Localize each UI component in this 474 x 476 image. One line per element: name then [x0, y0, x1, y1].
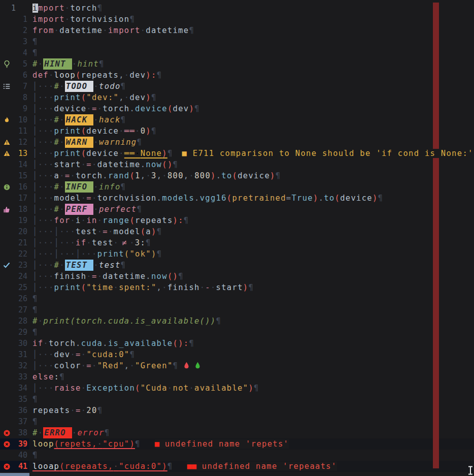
- line-number: 15: [11, 170, 27, 181]
- token-lPERF: perfect: [99, 205, 137, 214]
- token-pr: ): [151, 227, 157, 236]
- line-number: 25: [11, 282, 27, 293]
- code-line[interactable]: 18│···#·PERF·perfect¶: [0, 204, 474, 215]
- code-line[interactable]: 37¶: [0, 416, 474, 427]
- code-line[interactable]: 20│···│···test·=·model(a)¶: [0, 226, 474, 237]
- diagnostic-severity-icon: ■■: [187, 462, 196, 471]
- code-line[interactable]: 14│···start·=·datetime.now()¶: [0, 159, 474, 170]
- code-line[interactable]: 32│···color·=·"Red",·"Green"¶: [0, 360, 474, 371]
- code-line[interactable]: 8│···print("dev:",·dev)¶: [0, 92, 474, 103]
- token-sp: ·: [86, 238, 92, 247]
- code-line[interactable]: 11│···print(device·══·0)¶: [0, 125, 474, 137]
- token-pr: (: [81, 126, 87, 136]
- token-sp: ·: [92, 194, 97, 203]
- code-line[interactable]: 30if·torch.cuda.is_available():¶: [0, 338, 474, 349]
- code-line[interactable]: 25│···print("time·spent:",·finish·-·star…: [0, 282, 474, 293]
- code-text: import·torch¶: [32, 3, 474, 14]
- code-line[interactable]: 34│···raise·Exception("Cuda·not·availabl…: [0, 383, 474, 394]
- token-fn: models: [162, 194, 194, 203]
- code-line[interactable]: 28#·print(torch.cuda.is_available())¶: [0, 315, 474, 327]
- token-pr: ): [146, 93, 151, 102]
- token-ig: │: [32, 249, 38, 259]
- token-pr: ): [178, 339, 184, 348]
- code-line[interactable]: 4¶: [0, 47, 474, 58]
- warn-icon: [2, 137, 12, 148]
- code-line[interactable]: 10│···#·HACK·hack¶: [0, 114, 474, 125]
- token-str: "ok": [129, 249, 151, 259]
- line-number: 33: [11, 371, 27, 383]
- token-sp: ·: [108, 227, 114, 236]
- token-id: device: [86, 149, 119, 158]
- token-cm: #: [32, 59, 38, 69]
- code-line[interactable]: 38#·ERRO·error¶: [0, 427, 474, 438]
- code-line[interactable]: 12│···#·WARN·warning¶: [0, 137, 474, 148]
- code-line[interactable]: 41looap(repeaats,·"cuda:0")¶■■ undefined…: [0, 461, 474, 472]
- code-text: │···#·PERF·perfect¶: [32, 204, 474, 215]
- token-eol: ¶: [32, 294, 38, 303]
- code-line[interactable]: 9│···device·=·torch.device(dev)¶: [0, 103, 474, 114]
- code-line[interactable]: 36repeats·=·20¶: [0, 405, 474, 416]
- token-fn: device: [135, 104, 167, 113]
- code-line[interactable]: 39loop(repets,·"cpu")¶■ undefined name '…: [0, 438, 474, 450]
- code-line[interactable]: 27¶: [0, 304, 474, 315]
- code-line[interactable]: 21│···│···if·test·≠·3:¶: [0, 237, 474, 248]
- token-fn: cuda: [81, 339, 103, 348]
- token-gr: ,: [119, 71, 124, 80]
- token-eol: ¶: [167, 149, 173, 158]
- editor-buffer[interactable]: 1import·torch¶1import·torchvision¶2from·…: [0, 0, 474, 476]
- token-id: model: [54, 194, 81, 203]
- code-line[interactable]: 22│···│···│···print("ok")¶: [0, 248, 474, 260]
- code-line[interactable]: 19│···for·i·in·range(repeats):¶: [0, 215, 474, 226]
- token-ig: │: [32, 272, 38, 281]
- token-kw: if: [32, 339, 43, 348]
- token-er: "cpu"): [103, 439, 135, 449]
- token-pr: (: [162, 160, 167, 169]
- token-ig: │: [32, 171, 38, 180]
- token-id: torch: [49, 339, 76, 348]
- code-line[interactable]: 6def·loop(repeats,·dev):¶: [0, 70, 474, 81]
- code-line[interactable]: 2from·datetime·import·datetime¶: [0, 25, 474, 36]
- token-sp: ·: [65, 15, 71, 24]
- code-line[interactable]: 35¶: [0, 394, 474, 405]
- token-sp: ·: [93, 205, 99, 214]
- token-sp: ·: [59, 182, 65, 192]
- token-lHINT: hint: [77, 59, 99, 69]
- token-sp: ·: [129, 238, 135, 247]
- code-line[interactable]: 29¶: [0, 327, 474, 338]
- code-text: repeats·=·20¶: [32, 405, 474, 416]
- code-line[interactable]: 26¶: [0, 293, 474, 304]
- code-line[interactable]: 31│···dev·=·"cuda:0"¶: [0, 349, 474, 360]
- code-line[interactable]: 23│···#·TEST·test¶: [0, 260, 474, 271]
- token-str: "Green": [135, 361, 173, 370]
- token-pr: :: [151, 71, 157, 80]
- token-ig: │: [54, 238, 60, 247]
- token-sp: ···: [38, 149, 54, 158]
- code-line[interactable]: 13│···print(device·══·None)¶■ E711 compa…: [0, 148, 474, 159]
- token-sp: ···: [38, 384, 54, 393]
- token-gr: ,: [119, 93, 124, 102]
- code-line[interactable]: 7│···#·TODO·todo¶: [0, 81, 474, 92]
- token-kw: raise: [54, 384, 81, 393]
- code-line[interactable]: 33else:¶: [0, 371, 474, 383]
- token-gr: .: [103, 171, 108, 180]
- code-text: │···model·=·torchvision.models.vgg16(pre…: [32, 193, 474, 204]
- token-sp: ·: [97, 272, 103, 281]
- code-text: │···print("dev:",·dev)¶: [32, 92, 474, 103]
- code-line[interactable]: 1import·torchvision¶: [0, 14, 474, 25]
- token-eol: ¶: [157, 249, 162, 259]
- line-number: 19: [11, 215, 27, 226]
- token-ig: │: [32, 194, 38, 203]
- code-line[interactable]: 1import·torch¶: [0, 3, 474, 14]
- token-id: start: [54, 160, 81, 169]
- code-line[interactable]: 3¶: [0, 36, 474, 47]
- code-line[interactable]: 15│···a·=·torch.rand(1,·3,·800,·800).to(…: [0, 170, 474, 181]
- code-line[interactable]: 24│···finish·=·datetime.now()¶: [0, 271, 474, 282]
- code-text: │···│···if·test·≠·3:¶: [32, 237, 474, 248]
- code-line[interactable]: 17│···model·=·torchvision.models.vgg16(p…: [0, 193, 474, 204]
- code-line[interactable]: 5#·HINT·hint¶: [0, 58, 474, 70]
- code-line[interactable]: 16│···#·INFO·info¶: [0, 181, 474, 193]
- gutter-sign-empty: [2, 237, 12, 248]
- code-line[interactable]: 40¶: [0, 450, 474, 461]
- token-ws2: looap: [32, 462, 59, 471]
- token-ig: │: [76, 249, 81, 259]
